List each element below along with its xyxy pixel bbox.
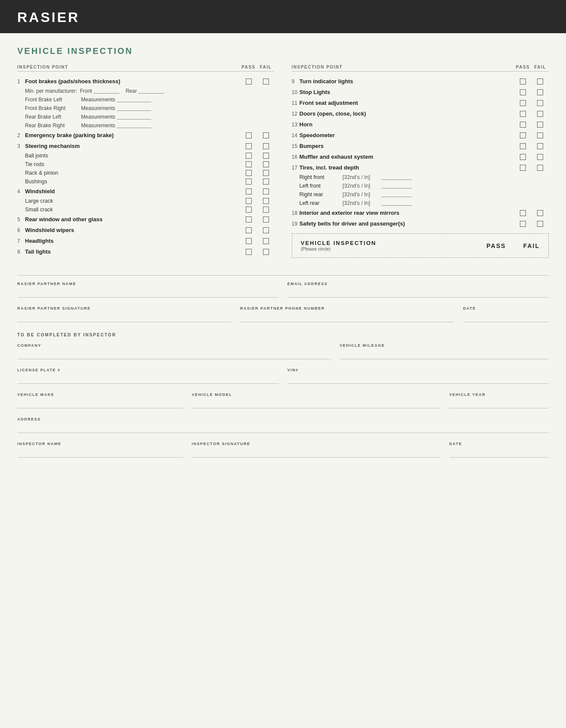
checkbox-15-fail[interactable] xyxy=(537,143,543,149)
row-pass-9[interactable] xyxy=(514,78,532,85)
checkbox-5-fail[interactable] xyxy=(263,217,269,223)
bushings-pass[interactable] xyxy=(240,179,257,185)
checkbox-rack-pinion-fail[interactable] xyxy=(263,170,269,176)
checkbox-12-fail[interactable] xyxy=(537,111,543,117)
tire-right-rear-field[interactable] xyxy=(382,192,412,197)
ball-joints-pass[interactable] xyxy=(240,153,257,159)
checkbox-16-pass[interactable] xyxy=(520,154,526,160)
checkbox-18-fail[interactable] xyxy=(537,210,543,216)
checkbox-tie-rods-fail[interactable] xyxy=(263,161,269,167)
address-value[interactable] xyxy=(17,423,549,431)
checkbox-14-pass[interactable] xyxy=(520,132,526,138)
checkbox-rack-pinion-pass[interactable] xyxy=(246,170,252,176)
checkbox-7-pass[interactable] xyxy=(246,238,252,244)
large-crack-pass[interactable] xyxy=(240,198,257,204)
checkbox-19-fail[interactable] xyxy=(537,221,543,227)
checkbox-2-fail[interactable] xyxy=(263,132,269,138)
row-pass-8[interactable] xyxy=(240,249,257,255)
checkbox-6-fail[interactable] xyxy=(263,227,269,233)
row-pass-13[interactable] xyxy=(514,122,532,128)
checkbox-large-crack-pass[interactable] xyxy=(246,198,252,204)
checkbox-10-fail[interactable] xyxy=(537,89,543,95)
checkbox-2-pass[interactable] xyxy=(246,132,252,138)
partner-phone-value[interactable] xyxy=(240,312,454,320)
front-measurement-field[interactable] xyxy=(94,88,119,94)
date1-value[interactable] xyxy=(463,312,549,320)
checkbox-13-fail[interactable] xyxy=(537,122,543,128)
checkbox-19-pass[interactable] xyxy=(520,221,526,227)
checkbox-4-fail[interactable] xyxy=(263,188,269,195)
row-fail-7[interactable] xyxy=(257,238,275,244)
checkbox-3-pass[interactable] xyxy=(246,143,252,149)
inspector-name-value[interactable] xyxy=(17,448,183,455)
large-crack-fail[interactable] xyxy=(257,198,275,204)
email-value[interactable] xyxy=(288,288,549,295)
row-pass-11[interactable] xyxy=(514,100,532,106)
checkbox-8-fail[interactable] xyxy=(263,249,269,255)
row-pass-2[interactable] xyxy=(240,132,257,138)
tie-rods-fail[interactable] xyxy=(257,161,275,167)
checkbox-1-fail[interactable] xyxy=(263,78,269,85)
bushings-fail[interactable] xyxy=(257,179,275,185)
tire-right-front-field[interactable] xyxy=(382,175,412,180)
license-plate-value[interactable] xyxy=(17,374,279,382)
checkbox-bushings-pass[interactable] xyxy=(246,179,252,185)
partner-name-value[interactable] xyxy=(17,288,279,295)
row-pass-16[interactable] xyxy=(514,154,532,160)
checkbox-small-crack-fail[interactable] xyxy=(263,207,269,213)
checkbox-9-fail[interactable] xyxy=(537,78,543,85)
small-crack-pass[interactable] xyxy=(240,207,257,213)
rear-measurement-field[interactable] xyxy=(138,88,164,94)
row-pass-10[interactable] xyxy=(514,89,532,95)
checkbox-ball-joints-pass[interactable] xyxy=(246,153,252,159)
row-pass-18[interactable] xyxy=(514,210,532,216)
row-pass-5[interactable] xyxy=(240,217,257,223)
row-fail-15[interactable] xyxy=(532,143,549,149)
checkbox-8-pass[interactable] xyxy=(246,249,252,255)
row-pass-3[interactable] xyxy=(240,143,257,149)
checkbox-5-pass[interactable] xyxy=(246,217,252,223)
front-brake-left-meas-line[interactable] xyxy=(117,97,151,102)
checkbox-large-crack-fail[interactable] xyxy=(263,198,269,204)
row-pass-17[interactable] xyxy=(514,165,532,171)
checkbox-16-fail[interactable] xyxy=(537,154,543,160)
row-pass-7[interactable] xyxy=(240,238,257,244)
tire-left-front-field[interactable] xyxy=(382,183,412,188)
row-fail-9[interactable] xyxy=(532,78,549,85)
checkbox-17-pass[interactable] xyxy=(520,165,526,171)
checkbox-18-pass[interactable] xyxy=(520,210,526,216)
checkbox-9-pass[interactable] xyxy=(520,78,526,85)
checkbox-11-fail[interactable] xyxy=(537,100,543,106)
rack-pinion-pass[interactable] xyxy=(240,170,257,176)
tie-rods-pass[interactable] xyxy=(240,161,257,167)
tire-left-rear-field[interactable] xyxy=(382,201,412,206)
ball-joints-fail[interactable] xyxy=(257,153,275,159)
inspector-signature-value[interactable] xyxy=(192,448,441,455)
row-fail-4[interactable] xyxy=(257,188,275,195)
row-fail-17[interactable] xyxy=(532,165,549,171)
row-fail-3[interactable] xyxy=(257,143,275,149)
checkbox-6-pass[interactable] xyxy=(246,227,252,233)
checkbox-12-pass[interactable] xyxy=(520,111,526,117)
checkbox-4-pass[interactable] xyxy=(246,188,252,195)
rear-brake-left-meas-line[interactable] xyxy=(117,114,151,119)
checkbox-15-pass[interactable] xyxy=(520,143,526,149)
company-value[interactable] xyxy=(17,349,331,357)
checkbox-7-fail[interactable] xyxy=(263,238,269,244)
checkbox-14-fail[interactable] xyxy=(537,132,543,138)
checkbox-11-pass[interactable] xyxy=(520,100,526,106)
row-pass-19[interactable] xyxy=(514,221,532,227)
small-crack-fail[interactable] xyxy=(257,207,275,213)
row-pass-12[interactable] xyxy=(514,111,532,117)
vehicle-model-value[interactable] xyxy=(192,399,441,406)
row-fail-1[interactable] xyxy=(257,78,275,85)
vin-value[interactable] xyxy=(288,374,549,382)
checkbox-3-fail[interactable] xyxy=(263,143,269,149)
checkbox-13-pass[interactable] xyxy=(520,122,526,128)
row-fail-18[interactable] xyxy=(532,210,549,216)
mileage-value[interactable] xyxy=(340,349,549,357)
row-pass-6[interactable] xyxy=(240,227,257,233)
checkbox-tie-rods-pass[interactable] xyxy=(246,161,252,167)
checkbox-small-crack-pass[interactable] xyxy=(246,207,252,213)
checkbox-17-fail[interactable] xyxy=(537,165,543,171)
